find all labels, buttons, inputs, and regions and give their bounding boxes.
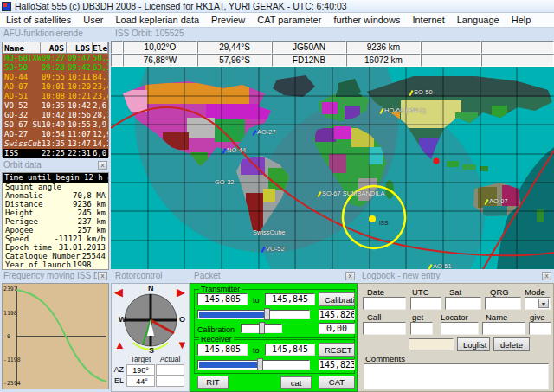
col-ele: Ele — [93, 42, 108, 54]
map-label-ao07[interactable]: AO-07 — [486, 197, 508, 205]
table-row[interactable]: SO-67 SUM10:4910:553,9 — [3, 120, 108, 130]
chevron-down-icon[interactable]: ▼ — [538, 299, 549, 308]
az-target-value[interactable]: 198° — [126, 364, 155, 376]
packet-panel-close-icon[interactable]: x — [345, 272, 355, 280]
table-row[interactable]: AO-5110:0810:2123,4 — [3, 92, 108, 101]
qrg-field[interactable] — [485, 297, 521, 310]
orbit-row-label: Distance — [5, 200, 42, 209]
give-label: give — [530, 312, 544, 322]
cat-onoff-button[interactable]: CAT on/off — [319, 376, 355, 389]
logbook-panel: Date UTC Sat QRG Mode ▼ Call get Locator… — [358, 283, 554, 392]
menu-cat-parameter[interactable]: CAT parameter — [251, 14, 327, 26]
col-name: Name — [3, 42, 41, 54]
table-row-iss-selected[interactable]: ISS22:2522:316,0 — [3, 149, 108, 158]
logbook-panel-title: Logbook - new entry — [362, 271, 526, 280]
orbit-panel-close-icon[interactable]: x — [98, 161, 107, 170]
rx-to-input[interactable]: 145,845 — [265, 344, 315, 356]
mode-select[interactable]: ▼ — [525, 297, 551, 310]
loglist-button[interactable]: Loglist — [457, 337, 490, 351]
satellite-table-header: Name AOS LOS Ele — [3, 42, 108, 54]
world-map: SO-50 HO-68 (XW-1) AO-27 NO-44 GO-32 SO-… — [111, 67, 554, 268]
comments-textarea[interactable] — [364, 363, 549, 389]
locator-label: Locator — [441, 312, 468, 322]
orbit-row-value: 237 km — [77, 217, 106, 226]
menu-preview[interactable]: Preview — [205, 14, 251, 26]
menu-language[interactable]: Language — [451, 14, 506, 26]
give-field[interactable] — [529, 322, 551, 335]
table-row[interactable]: VO-5210:3510:422,6 — [3, 101, 108, 111]
packet-panel: Transmitter 145,805 to 145,845 Calibrati… — [190, 283, 358, 392]
rx-frequency-slider[interactable] — [197, 360, 310, 370]
compass-east: O — [179, 315, 185, 324]
utc-label: UTC — [412, 287, 429, 297]
table-row[interactable]: SwissCube13:3513:4714,2 — [3, 139, 108, 149]
y-tick: -2394 — [3, 380, 21, 387]
az-label: AZ — [113, 364, 126, 376]
sat-field[interactable] — [445, 297, 481, 310]
name-label: Name — [486, 312, 507, 322]
locator-field[interactable] — [441, 322, 479, 335]
call-label: Call — [367, 312, 381, 322]
tx-to-input[interactable]: 145,845 — [265, 293, 315, 305]
date-field[interactable] — [363, 297, 406, 310]
world-map-svg — [111, 67, 554, 269]
tx-to-word: to — [253, 296, 260, 305]
logbook-panel-close-icon[interactable]: x — [542, 272, 551, 280]
search-field[interactable] — [409, 338, 454, 350]
menu-further-windows[interactable]: further windows — [327, 14, 406, 26]
rx-from-input[interactable]: 145,805 — [197, 344, 248, 356]
map-label-go32[interactable]: GO-32 — [215, 178, 235, 186]
orbit-row-value: 9236 km — [73, 200, 106, 209]
rx-to-word: to — [253, 346, 260, 355]
col-aos: AOS — [41, 42, 67, 54]
menu-user[interactable]: User — [77, 14, 109, 26]
map-label-so50[interactable]: SO-50 — [410, 88, 433, 96]
name-field[interactable] — [482, 322, 525, 335]
sat-label: Sat — [449, 287, 461, 297]
menu-help[interactable]: Help — [506, 14, 538, 26]
cat-stop-button[interactable]: cat stop — [280, 376, 312, 389]
orbit-row-label: Anomalie — [5, 191, 42, 200]
orbit-row-value: 70,8 MA — [73, 191, 106, 200]
orbit-row-value: 25544 — [82, 252, 106, 260]
map-label-vo52[interactable]: VO-52 — [262, 245, 285, 253]
title-bar: HalloSat 555 (c) DB3DH 2008 - Licensed f… — [0, 0, 554, 13]
sat-marker-icon — [428, 263, 432, 269]
calibration-button[interactable]: Calibration — [319, 292, 355, 306]
map-label-swisscube[interactable]: SwissCube — [253, 228, 286, 236]
calibration-slider[interactable] — [241, 324, 282, 333]
map-label-ao51[interactable]: AO-51 — [429, 262, 452, 270]
menu-load-keplerian-data[interactable]: Load keplerian data — [109, 14, 205, 26]
tx-frequency-slider[interactable] — [197, 310, 310, 319]
table-row[interactable]: GO-3210:4210:5628,7 — [3, 111, 108, 120]
menu-list-of-satellites[interactable]: List of satellites — [0, 14, 77, 26]
table-row[interactable]: AO-0710:0110:2023,4 — [3, 82, 108, 92]
table-row[interactable]: NO-4409:5510:1184,7 — [3, 73, 108, 82]
map-label-no44[interactable]: NO-44 — [223, 146, 246, 154]
sat-marker-icon — [261, 246, 265, 252]
orbit-row-value: 245 km — [77, 209, 106, 217]
delete-button[interactable]: delete — [493, 337, 530, 351]
map-label-iss[interactable]: ISS — [379, 220, 388, 226]
table-row[interactable]: AO-2710:5411:0712,9 — [3, 130, 108, 139]
call-field[interactable] — [363, 322, 406, 335]
orbit-row-value: 257 km — [77, 226, 106, 235]
rit-button[interactable]: RIT — [197, 376, 229, 389]
map-label-ao27[interactable]: AO-27 — [254, 128, 276, 136]
menu-internet[interactable]: Internet — [406, 14, 450, 26]
rotor-panel-title: Rotorcontrol — [115, 271, 188, 280]
table-row[interactable]: SO-5009:2809:4263,3 — [3, 63, 108, 73]
y-tick: -0 — [3, 333, 10, 340]
reset-button[interactable]: RESET — [319, 343, 355, 357]
app-icon — [2, 2, 11, 11]
table-row[interactable]: HO-68(XW-109:2709:4750,2 — [3, 54, 108, 63]
map-label-so67[interactable]: SO-67 SUMBANDILA — [319, 190, 385, 197]
utc-field[interactable] — [410, 297, 441, 310]
tx-from-input[interactable]: 145,805 — [197, 293, 248, 305]
doppler-graph: 2397 1198 -0 -1198 -2394 — [2, 283, 109, 389]
map-label-ho68[interactable]: HO-68 (XW-1) — [381, 106, 426, 114]
el-target-value[interactable]: -44° — [126, 376, 155, 387]
get-field[interactable] — [410, 322, 433, 335]
freq-panel-close-icon[interactable]: x — [98, 272, 107, 280]
rotor-az-el-table: Target Actual AZ 198° EL -44° — [113, 355, 187, 387]
